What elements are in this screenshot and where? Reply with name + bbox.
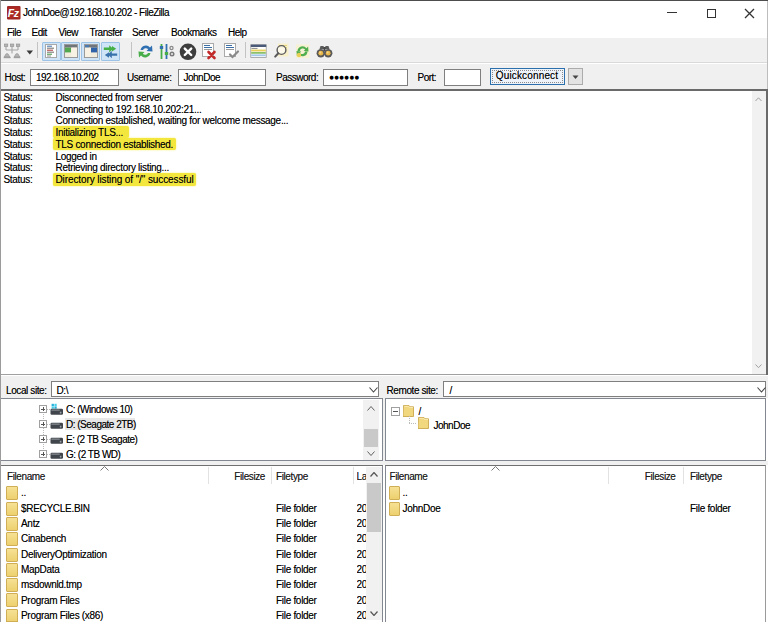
svg-text:Fz: Fz — [8, 7, 20, 19]
